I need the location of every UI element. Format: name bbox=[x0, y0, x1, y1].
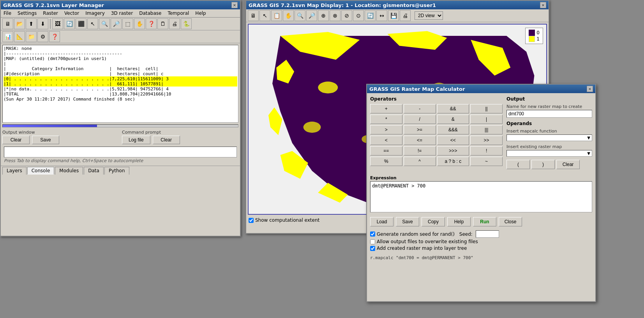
op-minus[interactable]: - bbox=[404, 104, 436, 113]
op-and-and[interactable]: && bbox=[437, 104, 469, 113]
map-tb-zoom3[interactable]: ⊗ bbox=[330, 10, 341, 21]
map-tb-display[interactable]: 🖥 bbox=[248, 10, 259, 21]
map-tb-pan[interactable]: ✋ bbox=[283, 10, 294, 21]
op-rshift[interactable]: >> bbox=[470, 136, 503, 145]
map-tb-query[interactable]: 📋 bbox=[271, 10, 282, 21]
menu-database[interactable]: Database bbox=[138, 10, 162, 16]
op-and[interactable]: & bbox=[437, 115, 469, 124]
menu-temporal[interactable]: Temporal bbox=[166, 10, 190, 16]
op-or[interactable]: | bbox=[470, 115, 503, 124]
show-extent-checkbox[interactable] bbox=[249, 218, 254, 223]
copy-btn[interactable]: Copy bbox=[422, 217, 445, 226]
map-tb-zoom4[interactable]: ⊘ bbox=[341, 10, 352, 21]
op-eq[interactable]: == bbox=[370, 146, 402, 155]
run-btn[interactable]: Run bbox=[473, 217, 496, 226]
tb-new-map[interactable]: 🖥 bbox=[2, 18, 13, 29]
allow-overwrite-checkbox[interactable] bbox=[370, 239, 375, 244]
tab-python[interactable]: Python bbox=[104, 167, 129, 175]
tab-modules[interactable]: Modules bbox=[55, 167, 83, 175]
tb-pointer[interactable]: ↖ bbox=[87, 18, 98, 29]
op-mod[interactable]: % bbox=[370, 157, 402, 166]
function-dropdown[interactable]: ▼ bbox=[506, 134, 592, 141]
tb-load-workspace[interactable]: ⬇ bbox=[37, 18, 48, 29]
tb-pan[interactable]: ✋ bbox=[134, 18, 145, 29]
add-to-layer-checkbox[interactable] bbox=[370, 246, 375, 251]
expression-input[interactable]: dmt@PERMANENT > 700 bbox=[370, 181, 592, 212]
seed-input[interactable] bbox=[476, 230, 499, 238]
tb-render[interactable]: 🔄 bbox=[64, 18, 75, 29]
op-tilde[interactable]: ~ bbox=[470, 157, 503, 166]
layer-manager-close[interactable]: ✕ bbox=[231, 2, 238, 8]
map-tb-zoom2[interactable]: ⊕ bbox=[318, 10, 329, 21]
tb-zoom-region[interactable]: ⬚ bbox=[122, 18, 133, 29]
op-gt[interactable]: > bbox=[370, 125, 402, 134]
tb-script[interactable]: 🐍 bbox=[181, 18, 192, 29]
op-plus[interactable]: + bbox=[370, 104, 402, 113]
help-btn[interactable]: Help bbox=[447, 217, 471, 226]
op-or-or[interactable]: || bbox=[470, 104, 503, 113]
menu-help[interactable]: Help bbox=[194, 10, 207, 16]
menu-file[interactable]: File bbox=[2, 10, 12, 16]
map-tb-zoom5[interactable]: ⊙ bbox=[353, 10, 364, 21]
map-tb-rotate[interactable]: 🔄 bbox=[365, 10, 376, 21]
cmd-clear-button[interactable]: Clear bbox=[153, 136, 180, 144]
tb-overlay[interactable]: 🗒 bbox=[157, 18, 168, 29]
paren-clear-btn[interactable]: Clear bbox=[556, 160, 580, 169]
tab-console[interactable]: Console bbox=[27, 167, 55, 175]
tab-layers[interactable]: Layers bbox=[2, 167, 26, 175]
output-window[interactable]: |MASK: none |---------------------------… bbox=[2, 45, 238, 123]
raster-calc-close[interactable]: ✕ bbox=[587, 86, 593, 92]
view-mode-select[interactable]: 2D view bbox=[415, 11, 443, 20]
tb-zoom-out[interactable]: 🔎 bbox=[111, 18, 122, 29]
tb-open[interactable]: 📂 bbox=[14, 18, 25, 29]
op-ternary[interactable]: a ? b : c bbox=[437, 157, 469, 166]
paren-open-btn[interactable]: ( bbox=[506, 160, 530, 169]
save-button[interactable]: Save bbox=[32, 136, 59, 144]
map-tb-pointer[interactable]: ↖ bbox=[259, 10, 270, 21]
op-neq[interactable]: != bbox=[404, 146, 436, 155]
output-clear-button[interactable]: Clear bbox=[2, 136, 30, 144]
calc-save-btn[interactable]: Save bbox=[396, 217, 419, 226]
menu-vector[interactable]: Vector bbox=[63, 10, 80, 16]
tb-help2[interactable]: ❓ bbox=[49, 31, 60, 42]
op-lte[interactable]: <= bbox=[404, 136, 436, 145]
generate-seed-checkbox[interactable] bbox=[370, 231, 375, 237]
map-tb-zoom-in[interactable]: 🔍 bbox=[295, 10, 305, 21]
op-and3[interactable]: &&& bbox=[437, 125, 469, 134]
op-multiply[interactable]: * bbox=[370, 115, 402, 124]
tb-add-vector[interactable]: 📐 bbox=[14, 31, 25, 42]
map-display-close[interactable]: ✕ bbox=[540, 2, 546, 8]
menu-imagery[interactable]: Imagery bbox=[84, 10, 106, 16]
tb-settings2[interactable]: ⚙ bbox=[37, 31, 48, 42]
command-input[interactable] bbox=[4, 147, 237, 157]
tb-display[interactable]: 🖼 bbox=[52, 18, 63, 29]
tb-add-group[interactable]: 📁 bbox=[26, 31, 37, 42]
op-rshift3[interactable]: >>> bbox=[437, 146, 469, 155]
tb-query[interactable]: ❓ bbox=[146, 18, 157, 29]
tb-erase[interactable]: ⬛ bbox=[76, 18, 86, 29]
tb-print[interactable]: 🖨 bbox=[169, 18, 180, 29]
op-divide[interactable]: / bbox=[404, 115, 436, 124]
new-raster-name-input[interactable] bbox=[506, 110, 592, 118]
paren-close-btn[interactable]: ) bbox=[531, 160, 555, 169]
op-gte[interactable]: >= bbox=[404, 125, 436, 134]
op-caret[interactable]: ^ bbox=[404, 157, 436, 166]
map-tb-save[interactable]: 💾 bbox=[388, 10, 399, 21]
tab-data[interactable]: Data bbox=[84, 167, 104, 175]
op-lt[interactable]: < bbox=[370, 136, 402, 145]
menu-settings[interactable]: Settings bbox=[16, 10, 38, 16]
menu-3draster[interactable]: 3D raster bbox=[110, 10, 134, 16]
close-calc-btn[interactable]: Close bbox=[499, 217, 522, 226]
log-file-button[interactable]: Log file bbox=[122, 136, 150, 144]
tb-save-workspace[interactable]: ⬆ bbox=[26, 18, 37, 29]
menu-raster[interactable]: Raster bbox=[42, 10, 59, 16]
op-not[interactable]: ! bbox=[470, 146, 503, 155]
tb-zoom-in[interactable]: 🔍 bbox=[99, 18, 110, 29]
map-tb-print[interactable]: 🖨 bbox=[400, 10, 411, 21]
raster-dropdown[interactable]: ▼ bbox=[506, 150, 592, 157]
load-btn[interactable]: Load bbox=[370, 217, 393, 226]
op-lshift[interactable]: << bbox=[437, 136, 469, 145]
map-tb-flip[interactable]: ↔ bbox=[376, 10, 387, 21]
map-tb-zoom-out[interactable]: 🔎 bbox=[306, 10, 317, 21]
op-or3[interactable]: ||| bbox=[470, 125, 503, 134]
